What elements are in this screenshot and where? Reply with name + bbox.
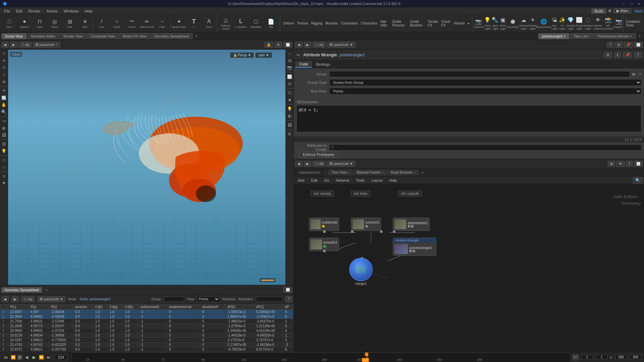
vex-editor[interactable]: @Cd = 1; [297, 105, 641, 132]
side-ortho-button[interactable]: ⊟ [286, 80, 293, 87]
cell-value[interactable]: 1.0 [93, 328, 107, 333]
rp-parachute-button[interactable]: 🕸 parachute ▼ [327, 42, 355, 48]
light-tool[interactable]: 💡 [1, 148, 7, 155]
tool-sky-light[interactable]: 🌤 Sky Light [551, 16, 558, 31]
tool-torus[interactable]: ◎ Torus [47, 16, 62, 31]
view-tool[interactable]: 👁 [1, 87, 7, 94]
cell-value[interactable]: 1.0 [123, 310, 138, 314]
tool-text[interactable]: T T [186, 16, 201, 31]
cell-value[interactable]: 4.997 [29, 310, 49, 314]
timeline-stop[interactable]: ■ [17, 355, 22, 360]
frame-end-input[interactable] [596, 355, 607, 360]
col-header-pz[interactable]: P[z] [49, 304, 73, 310]
tool-snapshot[interactable]: 📷 Snapshot [613, 16, 622, 31]
side-light-button[interactable]: 💡 [286, 106, 293, 112]
tool-font[interactable]: A Font [202, 16, 216, 31]
guide-process-menu[interactable]: Guide Process [391, 20, 409, 27]
render-tool[interactable]: 🖼 [1, 132, 7, 138]
asset-browser-close[interactable]: × [414, 171, 415, 174]
tool-ambient-light[interactable]: ◌ Ambient Light [583, 16, 593, 31]
side-camera-button[interactable]: 📷 [286, 64, 293, 71]
cell-value[interactable]: 0 [200, 343, 225, 347]
cell-value[interactable]: 0.0 [73, 333, 93, 338]
ng-tab-asset-browser[interactable]: Asset Browser × [387, 170, 419, 175]
node-merge1[interactable]: merge1 [349, 258, 373, 281]
frame-start-input[interactable] [581, 355, 593, 360]
ng-menu-help[interactable]: Help [386, 178, 399, 183]
cell-value[interactable]: 3.76757e-0 [254, 338, 283, 343]
tool-stereo-cam[interactable]: 👁 Stereo Camera [593, 16, 603, 31]
cell-value[interactable]: 1.0 [107, 319, 123, 324]
cell-value[interactable]: 1.0 [107, 338, 123, 343]
cell-value[interactable]: -1 [138, 314, 167, 319]
enforce-prototypes-button[interactable]: Enforce Prototypes [299, 152, 338, 158]
node-convert1[interactable]: convert1 [351, 218, 381, 231]
col-header-dp1[interactable]: dP[1] [254, 304, 283, 310]
scale-tool[interactable]: ⤢ [1, 71, 7, 78]
cell-value[interactable]: -9.79529e-0 [225, 347, 254, 352]
node-subdivide[interactable]: subdivide [309, 218, 339, 231]
viewport-3d[interactable]: View 🔒 Persp ▼ cam ▼ RRCG RRCG RRCG 人人素材… [8, 50, 285, 285]
tool-vr-camera[interactable]: 📸 VR Camera [603, 16, 612, 31]
cell-value[interactable]: 4. [283, 310, 293, 314]
build-button[interactable]: Build [591, 8, 606, 14]
rp-help-button[interactable]: ? [607, 42, 613, 48]
ng-menu-network[interactable]: Network [333, 178, 352, 183]
side-options-button[interactable]: ⚙ [286, 131, 293, 137]
tool-path[interactable]: → Path [155, 16, 169, 31]
cell-value[interactable]: 0 [167, 319, 200, 324]
cell-value[interactable]: 0 [200, 347, 225, 352]
rp-nav-forward[interactable]: ▶ [304, 42, 311, 48]
cell-value[interactable]: 8. [283, 314, 293, 319]
cell-value[interactable]: -1 [138, 338, 167, 343]
cell-value[interactable]: 1.0 [93, 338, 107, 343]
cell-value[interactable]: -4.56020e-0 [254, 333, 283, 338]
tool-portal-light[interactable]: ⬜ Portal Light [576, 16, 583, 31]
run-over-select[interactable]: Points Vertices Primitives Detail [329, 88, 641, 95]
hair-utils-menu[interactable]: Hair Utils [379, 20, 391, 27]
cell-value[interactable]: -1 [138, 333, 167, 338]
tool-tube[interactable]: ⊓ Tube [32, 16, 47, 31]
cell-value[interactable]: 0 [200, 328, 225, 333]
cell-value[interactable]: 3. [283, 324, 293, 328]
tool-grid[interactable]: ⊞ Grid [62, 16, 77, 31]
move-tool[interactable]: ✛ [1, 57, 7, 64]
cell-value[interactable]: 1.0 [123, 347, 138, 352]
ss-maximize-button[interactable]: ⬜ [283, 287, 292, 293]
cell-value[interactable]: 0 [200, 319, 225, 324]
cell-value[interactable]: -0.337789 [49, 347, 73, 352]
viewport-maximize-button[interactable]: ⬜ [283, 42, 292, 48]
group-expand-icon[interactable]: ▶ [633, 72, 636, 76]
cell-value[interactable]: 0.0 [73, 314, 93, 319]
tab-performance-monitor[interactable]: Performance Monitor × [594, 33, 636, 39]
cell-value[interactable]: 1.0 [123, 338, 138, 343]
cell-value[interactable]: 0 [167, 338, 200, 343]
cell-value[interactable]: 21.7936 [8, 319, 29, 324]
tool-line[interactable]: / Line [94, 16, 109, 31]
node-pointwrangle2[interactable]: Attribute Wrangle pointwrangle2 [393, 238, 436, 256]
tool-volume-light[interactable]: ☁ Volume Light [519, 16, 528, 31]
col-header-px[interactable]: P[x] [8, 304, 29, 310]
nav-forward-button[interactable]: ▶ [10, 42, 17, 48]
cell-value[interactable]: 1.0 [93, 314, 107, 319]
rp-settings-button[interactable]: ⚙ [615, 42, 623, 48]
minimize-button[interactable]: − [621, 2, 626, 6]
cell-value[interactable]: 1. [283, 333, 293, 338]
cell-value[interactable]: 20.9083 [8, 328, 29, 333]
cell-value[interactable]: -1 [138, 328, 167, 333]
tool-file[interactable]: 📄 File [264, 16, 278, 31]
constraint-tool[interactable]: ⛓ [1, 141, 7, 147]
cell-value[interactable]: 0.0 [73, 310, 93, 314]
tool-distant-light[interactable]: ☀ Distant Light [528, 16, 537, 31]
tool-sphere[interactable]: ● Sphere [17, 16, 32, 31]
menu-edit[interactable]: Edit [13, 8, 25, 14]
tab-composite-view[interactable]: Composite View [87, 33, 118, 39]
cell-value[interactable]: 1.0 [107, 343, 123, 347]
cell-value[interactable]: -1.44528e-0 [225, 333, 254, 338]
col-header-idx[interactable] [0, 304, 8, 310]
constraints-menu[interactable]: Constraints [339, 21, 359, 25]
cell-value[interactable]: -2.08244 [49, 310, 73, 314]
timeline-play-back[interactable]: ◀ [23, 354, 30, 360]
attrib-info-button[interactable]: ℹ [614, 52, 621, 58]
tab-pointwrangle2[interactable]: pointwrangle2 × [538, 33, 570, 39]
